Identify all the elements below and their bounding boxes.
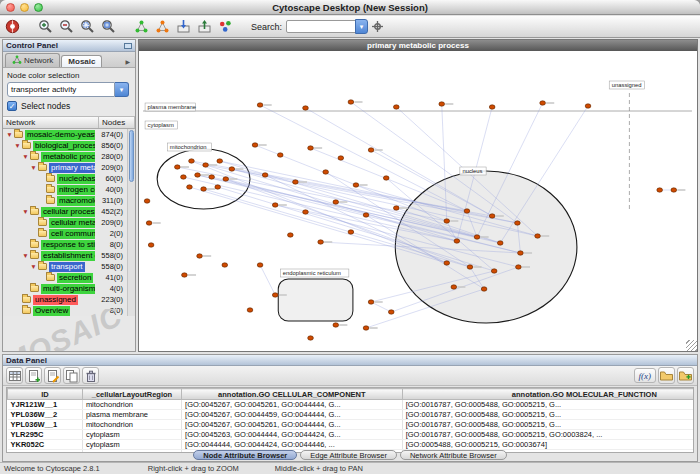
import-network-icon[interactable] xyxy=(174,17,193,36)
tab-network-attribute-browser[interactable]: Network Attribute Browser xyxy=(400,450,507,460)
show-graphics-details-icon[interactable] xyxy=(132,17,151,36)
tree-row[interactable]: macromolecule...311(0) xyxy=(3,195,135,206)
table-row[interactable]: YLR295Ccytoplasm[GO:0045263, GO:0044444,… xyxy=(8,430,695,440)
zoom-fit-icon[interactable] xyxy=(99,17,118,36)
tree-row[interactable]: cell communica...2(0) xyxy=(3,228,135,239)
attribute-table: ID_cellularLayoutRegionannotation.GO CEL… xyxy=(7,388,694,453)
tree-row-label: cellular metabo... xyxy=(49,218,95,228)
tree-row[interactable]: response to stimu...8(0) xyxy=(3,239,135,250)
table-cell: mitochondrion xyxy=(82,420,181,430)
table-row[interactable]: YJR121W__1mitochondrion[GO:0045267, GO:0… xyxy=(8,400,695,410)
zoom-selected-icon[interactable] xyxy=(78,17,97,36)
tree-row-label: transport xyxy=(49,262,85,272)
expand-triangle-icon[interactable]: ▼ xyxy=(5,131,14,138)
folder-icon xyxy=(38,230,47,237)
status-zoom-hint: Right-click + drag to ZOOM xyxy=(148,464,239,473)
title-bar[interactable]: Cytoscape Desktop (New Session) xyxy=(0,0,700,15)
table-row[interactable]: YPL036W__1mitochondrion[GO:0045267, GO:0… xyxy=(8,420,695,430)
tree-row[interactable]: ▼metabolic process280(0) xyxy=(3,151,135,162)
expand-triangle-icon[interactable]: ▼ xyxy=(21,153,30,160)
tree-row-count: 8(0) xyxy=(110,240,123,249)
select-nodes-checkbox[interactable]: ✓ xyxy=(7,101,17,111)
tree-row[interactable]: unassigned223(0) xyxy=(3,294,135,305)
expand-triangle-icon[interactable]: ▼ xyxy=(29,164,38,171)
table-cell: [GO:0044444, GO:0044424, GO:0044446, ... xyxy=(182,440,403,450)
table-row[interactable]: YKR052Ccytoplasm[GO:0044444, GO:0044424,… xyxy=(8,440,695,450)
table-cell: [GO:0016787, GO:0005488, GO:0005215, G..… xyxy=(402,410,694,420)
cytoscape-app-icon[interactable] xyxy=(3,17,22,36)
node-color-selection-label: Node color selection xyxy=(7,71,131,80)
network-tree: ▼mosaic-demo-yeast874(0)▼biological_proc… xyxy=(3,129,135,316)
tree-row[interactable]: ▼transport558(0) xyxy=(3,261,135,272)
import-attribute-file-icon[interactable] xyxy=(677,367,694,384)
table-cell: YLR295C xyxy=(8,430,83,440)
tree-row-label: multi-organism pr... xyxy=(41,284,95,294)
tab-edge-attribute-browser[interactable]: Edge Attribute Browser xyxy=(300,450,397,460)
zoom-out-icon[interactable] xyxy=(57,17,76,36)
tree-row[interactable]: ▼mosaic-demo-yeast874(0) xyxy=(3,129,135,140)
search-options-icon[interactable] xyxy=(368,17,387,36)
tree-row-label: establishment of l... xyxy=(41,251,95,261)
tab-mosaic[interactable]: Mosaic xyxy=(61,55,102,67)
expand-triangle-icon[interactable]: ▼ xyxy=(13,142,22,149)
node-color-dropdown[interactable]: transporter activity ▾ xyxy=(7,82,129,97)
delete-attribute-icon[interactable] xyxy=(82,367,99,384)
column-header[interactable]: annotation.GO MOLECULAR_FUNCTION xyxy=(402,389,694,400)
tree-row[interactable]: secretion41(0) xyxy=(3,272,135,283)
table-row[interactable]: YPL036W__2plasma membrane[GO:0045267, GO… xyxy=(8,410,695,420)
column-header[interactable]: annotation.GO CELLULAR_COMPONENT xyxy=(182,389,403,400)
tree-row-count: 41(0) xyxy=(105,273,123,282)
tree-row[interactable]: ▼biological_process856(0) xyxy=(3,140,135,151)
main-toolbar: Search: ▾ xyxy=(0,16,700,38)
resize-grip-icon[interactable] xyxy=(686,340,697,351)
expand-triangle-icon[interactable]: ▼ xyxy=(29,263,38,270)
open-attribute-file-icon[interactable] xyxy=(658,367,675,384)
folder-icon xyxy=(30,153,39,160)
tab-network[interactable]: Network xyxy=(5,53,60,67)
attribute-table-wrap: ID_cellularLayoutRegionannotation.GO CEL… xyxy=(6,387,694,453)
column-header[interactable]: ID xyxy=(8,389,83,400)
control-panel-tabs: NetworkMosaic▶ xyxy=(3,52,135,68)
export-network-icon[interactable] xyxy=(195,17,214,36)
zoom-in-icon[interactable] xyxy=(36,17,55,36)
select-nodes-row[interactable]: ✓ Select nodes xyxy=(7,101,131,111)
expand-triangle-icon[interactable]: ▼ xyxy=(21,208,30,215)
tree-row[interactable]: multi-organism pr...4(0) xyxy=(3,283,135,294)
tree-row-count: 4(0) xyxy=(110,284,123,293)
table-cell: [GO:0045263, GO:0044444, GO:0044424, G..… xyxy=(182,430,403,440)
data-panel: Data Panel f(x) ID_cellularLayoutRegiona… xyxy=(2,354,698,462)
copy-attribute-icon[interactable] xyxy=(63,367,80,384)
expand-triangle-icon[interactable]: ▼ xyxy=(21,252,30,259)
search-dropdown-icon[interactable]: ▾ xyxy=(355,19,368,34)
dropdown-arrow-icon[interactable]: ▾ xyxy=(115,82,129,97)
tab-node-attribute-browser[interactable]: Node Attribute Browser xyxy=(193,450,297,460)
table-cell: YPL036W__1 xyxy=(8,420,83,430)
tree-column-headers: Network Nodes xyxy=(3,117,135,129)
tree-row[interactable]: cellular metabo...209(0) xyxy=(3,217,135,228)
tree-row-count: 209(0) xyxy=(101,163,123,172)
select-first-neighbors-icon[interactable] xyxy=(153,17,172,36)
tree-header-nodes[interactable]: Nodes xyxy=(99,117,135,128)
tree-row[interactable]: ▼establishment of l...558(0) xyxy=(3,250,135,261)
edit-attribute-icon[interactable] xyxy=(44,367,61,384)
tree-row[interactable]: ▼primary metab...209(0) xyxy=(3,162,135,173)
svg-text:plasma membrane: plasma membrane xyxy=(148,104,196,110)
vizmapper-icon[interactable] xyxy=(216,17,235,36)
tree-row-count: 223(0) xyxy=(101,295,123,304)
control-panel: Control Panel NetworkMosaic▶ Node color … xyxy=(2,39,136,352)
tree-row[interactable]: ▼cellular process452(2) xyxy=(3,206,135,217)
network-graph[interactable]: plasma membranecytoplasmmitochondrionnuc… xyxy=(139,51,697,351)
tree-row[interactable]: nucleobase...60(0) xyxy=(3,173,135,184)
column-header[interactable]: _cellularLayoutRegion xyxy=(82,389,181,400)
folder-icon xyxy=(14,131,23,138)
formula-builder-button[interactable]: f(x) xyxy=(634,368,657,383)
float-panel-icon[interactable] xyxy=(124,43,132,49)
data-panel-title: Data Panel xyxy=(6,356,47,365)
network-canvas[interactable]: plasma membranecytoplasmmitochondrionnuc… xyxy=(139,51,697,351)
tab-scroll-right-icon[interactable]: ▶ xyxy=(122,56,133,67)
select-attributes-icon[interactable] xyxy=(6,367,23,384)
tree-row[interactable]: nitrogen compo...40(0) xyxy=(3,184,135,195)
tree-header-network[interactable]: Network xyxy=(3,117,99,128)
create-attribute-icon[interactable] xyxy=(25,367,42,384)
search-input[interactable] xyxy=(286,20,356,33)
